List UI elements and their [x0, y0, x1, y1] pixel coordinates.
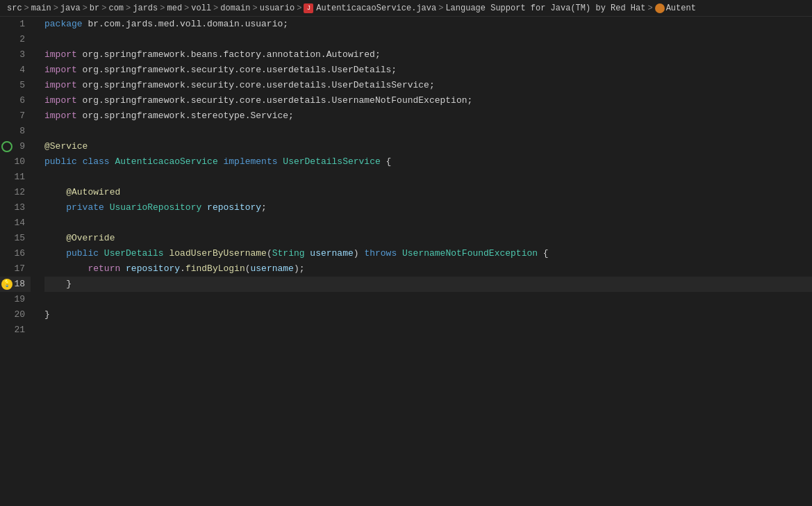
- debug-breakpoint-icon[interactable]: [1, 141, 13, 152]
- code-line-2: [44, 32, 812, 47]
- code-editor: 1 2 3 4 5 6 7 8 9 10 11 12 13 14 15 16: [0, 17, 812, 506]
- code-line-20: }: [44, 307, 812, 323]
- code-line-21: [44, 323, 812, 338]
- line-num-11: 11: [0, 170, 31, 185]
- line-num-10: 10: [0, 154, 31, 170]
- line-num-1: 1: [0, 17, 31, 32]
- code-line-3: import org.springframework.beans.factory…: [44, 47, 812, 63]
- code-line-19: [44, 292, 812, 307]
- code-line-5: import org.springframework.security.core…: [44, 78, 812, 93]
- code-area[interactable]: package br.com.jards.med.voll.domain.usu…: [36, 17, 812, 506]
- code-line-17: return repository.findByLogin(username);: [44, 261, 812, 277]
- breadcrumb-voll[interactable]: voll: [191, 3, 211, 13]
- line-num-19: 19: [0, 292, 31, 307]
- line-num-7: 7: [0, 108, 31, 124]
- breadcrumb-main[interactable]: main: [31, 3, 51, 13]
- code-line-14: [44, 215, 812, 231]
- code-line-15: @Override: [44, 231, 812, 246]
- line-num-2: 2: [0, 32, 31, 47]
- java-file-icon: J: [304, 3, 313, 13]
- code-line-4: import org.springframework.security.core…: [44, 63, 812, 78]
- line-num-3: 3: [0, 47, 31, 63]
- line-num-5: 5: [0, 78, 31, 93]
- line-num-17: 17: [0, 261, 31, 277]
- breadcrumb-domain[interactable]: domain: [220, 3, 250, 13]
- line-num-18: 💡 18: [0, 277, 31, 292]
- autent-icon: [655, 3, 665, 13]
- breadcrumb-med[interactable]: med: [167, 3, 182, 13]
- code-line-12: @Autowired: [44, 185, 812, 200]
- line-num-4: 4: [0, 63, 31, 78]
- line-num-8: 8: [0, 124, 31, 139]
- code-line-13: private UsuarioRepository repository;: [44, 200, 812, 215]
- code-line-7: import org.springframework.stereotype.Se…: [44, 108, 812, 124]
- breadcrumb-usuario[interactable]: usuario: [260, 3, 295, 13]
- breadcrumb: src > main > java > br > com > jards > m…: [0, 0, 812, 17]
- line-num-12: 12: [0, 185, 31, 200]
- line-num-14: 14: [0, 215, 31, 231]
- breadcrumb-java[interactable]: java: [60, 3, 81, 13]
- line-num-6: 6: [0, 93, 31, 108]
- breadcrumb-com[interactable]: com: [108, 3, 124, 13]
- breadcrumb-filename[interactable]: AutenticacaoService.java: [316, 3, 436, 13]
- code-line-11: [44, 170, 812, 185]
- line-num-15: 15: [0, 231, 31, 246]
- breadcrumb-src[interactable]: src: [7, 3, 22, 13]
- breadcrumb-jards[interactable]: jards: [133, 3, 158, 13]
- code-line-18: }: [44, 277, 812, 292]
- code-line-9: @Service: [44, 139, 812, 154]
- line-num-21: 21: [0, 323, 31, 338]
- line-num-9: 9: [0, 139, 31, 154]
- line-num-13: 13: [0, 200, 31, 215]
- breadcrumb-br[interactable]: br: [90, 3, 99, 13]
- lightbulb-icon[interactable]: 💡: [1, 279, 13, 290]
- breadcrumb-language-support: Language Support for Java(TM) by Red Hat: [445, 3, 645, 13]
- line-numbers: 1 2 3 4 5 6 7 8 9 10 11 12 13 14 15 16: [0, 17, 36, 506]
- code-line-16: public UserDetails loadUserByUsername(St…: [44, 246, 812, 261]
- line-num-16: 16: [0, 246, 31, 261]
- code-line-8: [44, 124, 812, 139]
- breadcrumb-autent: Autent: [666, 3, 696, 13]
- code-line-1: package br.com.jards.med.voll.domain.usu…: [44, 17, 812, 32]
- code-line-6: import org.springframework.security.core…: [44, 93, 812, 108]
- line-num-20: 20: [0, 307, 31, 323]
- code-line-10: public class AutenticacaoService impleme…: [44, 154, 812, 170]
